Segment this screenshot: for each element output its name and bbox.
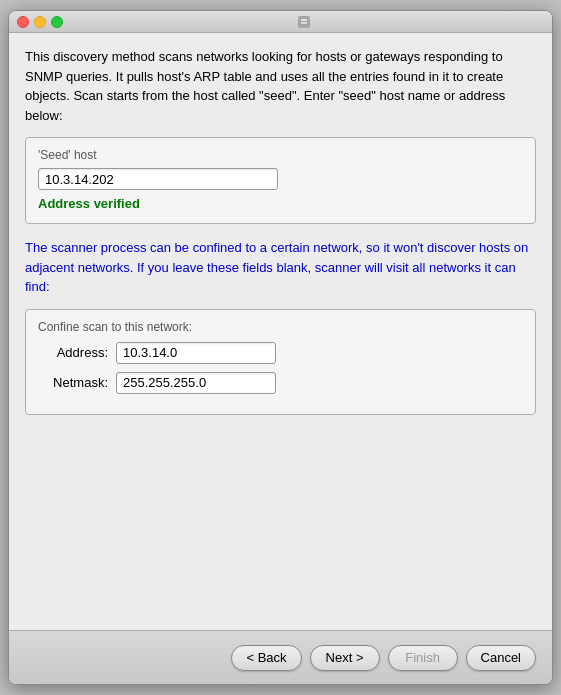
address-label: Address: <box>38 345 108 360</box>
main-description: This discovery method scans networks loo… <box>25 47 536 125</box>
window-icon <box>296 14 312 30</box>
maximize-button[interactable] <box>51 16 63 28</box>
traffic-lights <box>17 16 63 28</box>
close-button[interactable] <box>17 16 29 28</box>
seed-host-input[interactable] <box>38 168 278 190</box>
main-content: This discovery method scans networks loo… <box>9 33 552 630</box>
next-button[interactable]: Next > <box>310 645 380 671</box>
main-window: This discovery method scans networks loo… <box>8 10 553 685</box>
svg-rect-0 <box>298 16 310 28</box>
titlebar-icon <box>63 14 544 30</box>
minimize-button[interactable] <box>34 16 46 28</box>
address-verified-text: Address verified <box>38 196 523 211</box>
back-button[interactable]: < Back <box>231 645 301 671</box>
confine-label: Confine scan to this network: <box>38 320 523 334</box>
netmask-row: Netmask: <box>38 372 523 394</box>
cancel-button[interactable]: Cancel <box>466 645 536 671</box>
finish-button[interactable]: Finish <box>388 645 458 671</box>
titlebar <box>9 11 552 33</box>
seed-host-label: 'Seed' host <box>38 148 523 162</box>
confine-section: Confine scan to this network: Address: N… <box>25 309 536 415</box>
seed-host-section: 'Seed' host Address verified <box>25 137 536 224</box>
netmask-label: Netmask: <box>38 375 108 390</box>
address-row: Address: <box>38 342 523 364</box>
netmask-input[interactable] <box>116 372 276 394</box>
confine-description: The scanner process can be confined to a… <box>25 238 536 297</box>
address-input[interactable] <box>116 342 276 364</box>
footer: < Back Next > Finish Cancel <box>9 630 552 684</box>
